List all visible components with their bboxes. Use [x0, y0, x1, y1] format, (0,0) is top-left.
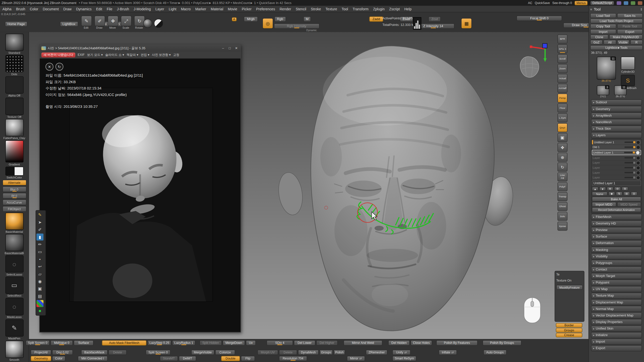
panel-menu-icon[interactable]: ≡: [590, 8, 592, 11]
cursor-icon[interactable]: ➤: [36, 219, 44, 226]
close-holes-button[interactable]: Close Holes: [411, 340, 432, 345]
accucurve-button[interactable]: AccuCurve: [2, 199, 27, 205]
tool-section-header[interactable]: ▸ Vector Displacement Map: [591, 312, 642, 318]
alpha-off[interactable]: Alpha Off: [2, 76, 27, 97]
focal-shift-slider[interactable]: Focal Shift 0: [517, 16, 562, 21]
goz-button[interactable]: GoZ: [590, 40, 603, 45]
ghost-button[interactable]: Ghost: [557, 202, 567, 211]
floor-button[interactable]: Floor: [557, 103, 567, 112]
backfacemask-button[interactable]: BackfaceMask: [81, 350, 107, 355]
view-mode-menu[interactable]: 보기 모드 ▾: [87, 53, 103, 57]
tool-thumb-small-1[interactable]: 3 2각1: [597, 85, 609, 95]
menu-item[interactable]: Zscript: [389, 7, 400, 11]
texture-on-label[interactable]: Texture On: [556, 279, 583, 283]
copy-tool-button[interactable]: Copy Tool: [590, 24, 616, 29]
layer-merge-button[interactable]: ⇅: [616, 192, 622, 196]
Untitled Layer 1[interactable]: Untitled Layer 1: [592, 150, 641, 155]
layer-name-button[interactable]: Name: [592, 192, 608, 196]
split-hidden-button[interactable]: Split Hidden: [199, 340, 222, 345]
photo-close-overlay-button[interactable]: ✕: [46, 63, 53, 71]
rf-slider[interactable]: Rf 0: [2, 193, 27, 199]
goz-all-button[interactable]: All: [603, 40, 616, 45]
tool-export-button[interactable]: Export: [617, 29, 643, 34]
color-tab-button[interactable]: Color: [52, 356, 65, 361]
Layer[interactable]: Layer: [592, 170, 641, 175]
tool-section-header[interactable]: ▸ Deformation: [591, 240, 642, 246]
tool-section-header[interactable]: ▸ ArrayMesh: [591, 112, 642, 118]
lazystep-slider[interactable]: LazyStep 0.25: [147, 340, 171, 345]
slideshow-menu[interactable]: 슬라이드 쇼 ▾: [105, 53, 124, 57]
lightbox-button[interactable]: LightBox: [60, 21, 78, 27]
min-connected-slider[interactable]: Min Connected I: [78, 356, 107, 361]
photo-window-titlebar[interactable]: 사진 > 54efd410400131a6e24ab6f068af04ed.jp…: [40, 45, 240, 51]
layers-section-header[interactable]: ▾ Layers: [591, 132, 642, 138]
tool-section-header[interactable]: ▸ UV Map: [591, 286, 642, 292]
mdd-speed-slider[interactable]: MDD Speed: [617, 202, 641, 207]
menu-item[interactable]: J-Brush: [117, 7, 129, 11]
sculpt-head[interactable]: [244, 34, 559, 339]
zadd-button[interactable]: Zadd: [369, 16, 383, 22]
alternate-button[interactable]: Alternate: [2, 180, 27, 186]
layer-split-button[interactable]: ⊞: [623, 192, 630, 196]
layer-intensity-slider[interactable]: [625, 172, 635, 173]
frame-icon[interactable]: ▣: [557, 133, 567, 142]
layer-duplicate-button[interactable]: ⧉: [622, 187, 628, 191]
layer-intensity-slider[interactable]: [625, 157, 635, 158]
Old 1[interactable]: Old 1: [592, 145, 641, 149]
photo-rotate-overlay-button[interactable]: ↻: [55, 63, 63, 71]
mask-by-feature-button[interactable]: MaskByFeature: [556, 285, 583, 290]
polyframe-button[interactable]: PolyF: [557, 182, 567, 191]
goz-r-button[interactable]: R: [630, 40, 643, 45]
texture-off[interactable]: Texture Off: [2, 98, 27, 118]
Layer[interactable]: Layer: [592, 156, 641, 160]
delete-texture-button[interactable]: Delete: [279, 350, 297, 355]
layout-icon[interactable]: [624, 1, 628, 5]
record-deformation-button[interactable]: Record Deformation Animation: [592, 207, 641, 212]
tool-section-header[interactable]: ▸ Export: [591, 345, 642, 351]
menu-item[interactable]: Light: [169, 7, 176, 11]
delmt-button[interactable]: DelMT: [179, 356, 196, 361]
menu-item[interactable]: Draw: [63, 7, 72, 11]
mergevisible-button[interactable]: MergeVisible: [191, 350, 214, 355]
paste-tool-button[interactable]: Paste Tool: [617, 24, 643, 29]
display-icon[interactable]: [631, 1, 635, 5]
transparency-button[interactable]: Transp: [557, 192, 567, 201]
load-tool-button[interactable]: Load Tool: [590, 13, 616, 18]
eraser-icon[interactable]: ▱: [36, 270, 44, 278]
split-screen-slider[interactable]: Split Screen 0: [146, 350, 171, 355]
zcut-button[interactable]: Zcut: [428, 16, 441, 22]
menu-item[interactable]: Texture: [326, 7, 337, 11]
tool-section-header[interactable]: ▸ Visibility: [591, 253, 642, 259]
minimize-button[interactable]: –: [221, 46, 226, 50]
spix-slider[interactable]: SPix 3: [557, 44, 567, 53]
tool-section-header[interactable]: ▸ Geometry HD: [591, 220, 642, 227]
delete-button[interactable]: Delete: [108, 350, 127, 355]
sdiv-slider[interactable]: SDiv 4: [267, 340, 293, 345]
tool-section-header[interactable]: ▸ Polypaint: [591, 280, 642, 286]
tool-section-header[interactable]: ▸ Unified Skin: [591, 326, 642, 332]
menu-item[interactable]: Brush: [16, 7, 25, 11]
tool-section-header[interactable]: ▸ Display Properties: [591, 319, 642, 325]
dynamesh-groups-button[interactable]: Groups: [319, 350, 333, 355]
layer-visibility-icon[interactable]: [636, 140, 640, 144]
maximize-button[interactable]: □: [227, 46, 232, 50]
tool-section-header[interactable]: ▸ Masking: [591, 247, 642, 253]
layer-intensity-slider[interactable]: [625, 142, 635, 143]
move-mode-button[interactable]: ✥ Move: [108, 16, 118, 29]
rotate-3d-icon[interactable]: ↻: [557, 163, 567, 172]
tool-section-header[interactable]: ▸ Preview: [591, 227, 642, 233]
resolution-slider[interactable]: Resolution 704: [279, 356, 307, 361]
zoom-button[interactable]: Zoom: [557, 64, 567, 73]
photo-library-menu[interactable]: 사진 보관함 ▾: [152, 53, 171, 57]
menu-item[interactable]: Picker: [242, 7, 252, 11]
line-fill-button[interactable]: Line Fill: [557, 172, 567, 182]
green-swatch-icon[interactable]: ■: [36, 307, 44, 314]
move-3d-icon[interactable]: ✥: [557, 143, 567, 152]
tool-section-header[interactable]: ▸ Normal Map: [591, 306, 642, 312]
actual-button[interactable]: Actual: [557, 74, 567, 83]
storemt-button[interactable]: StoreMT: [160, 356, 178, 361]
layer-visibility-icon[interactable]: [636, 150, 640, 154]
auto-mask-fibermesh-button[interactable]: Auto Mask FiberMesh: [102, 340, 147, 345]
brush-masklasso[interactable]: ◌ MaskLasso: [2, 298, 27, 319]
menus-button[interactable]: Menus: [575, 1, 588, 5]
